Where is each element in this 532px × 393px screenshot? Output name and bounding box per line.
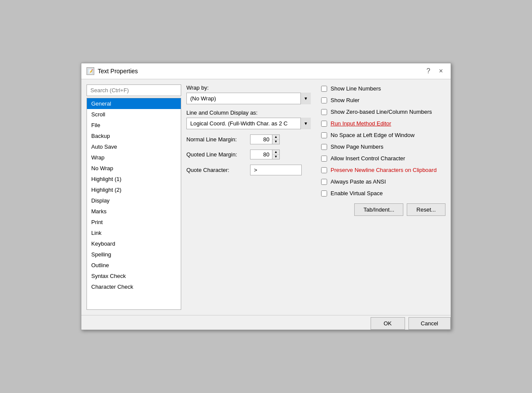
main-panel: Wrap by: (No Wrap)Word WrapChar Wrap ▼ L…: [186, 84, 445, 310]
checkbox-row: No Space at Left Edge of Window: [321, 131, 445, 139]
bottom-action-buttons: Tab/Indent... Reset...: [186, 203, 445, 216]
main-top: Wrap by: (No Wrap)Word WrapChar Wrap ▼ L…: [186, 84, 445, 197]
close-button[interactable]: ×: [436, 67, 445, 75]
sidebar-list: GeneralScrollFileBackupAuto SaveWrapNo W…: [87, 98, 181, 310]
checkbox-label-2: Show Zero-based Line/Column Numbers: [331, 109, 432, 115]
sidebar-item[interactable]: Marks: [87, 206, 181, 217]
checkbox-control-4[interactable]: [321, 132, 327, 138]
dialog-content: GeneralScrollFileBackupAuto SaveWrapNo W…: [87, 84, 445, 310]
normal-margin-input[interactable]: [251, 135, 272, 144]
sidebar-item[interactable]: Display: [87, 195, 181, 206]
normal-margin-spinner: ▲ ▼: [250, 134, 280, 144]
quote-char-row: Quote Character:: [186, 165, 311, 175]
checkbox-row: Show Zero-based Line/Column Numbers: [321, 108, 445, 116]
sidebar-item[interactable]: File: [87, 120, 181, 131]
search-input[interactable]: [87, 84, 181, 96]
checkbox-row: Always Paste as ANSI: [321, 178, 445, 186]
dialog-icon: 📝: [87, 67, 94, 75]
wrap-by-group: Wrap by: (No Wrap)Word WrapChar Wrap ▼: [186, 84, 311, 104]
help-button[interactable]: ?: [424, 67, 433, 75]
wrap-label: Wrap by:: [186, 84, 311, 91]
checkbox-control-7[interactable]: [321, 167, 327, 173]
wrap-select[interactable]: (No Wrap)Word WrapChar Wrap: [186, 93, 311, 104]
checkbox-row: Allow Insert Control Character: [321, 154, 445, 162]
text-properties-dialog: 📝 Text Properties ? × GeneralScrollFileB…: [81, 63, 451, 330]
checkbox-label-5: Show Page Numbers: [331, 143, 384, 150]
dialog-title: Text Properties: [98, 68, 138, 75]
checkbox-label-4: No Space at Left Edge of Window: [331, 132, 414, 138]
sidebar-item[interactable]: Highlight (2): [87, 184, 181, 195]
sidebar-item[interactable]: Keyboard: [87, 238, 181, 249]
quoted-margin-up[interactable]: ▲: [272, 150, 279, 155]
sidebar-item[interactable]: Link: [87, 228, 181, 238]
sidebar-item[interactable]: Character Check: [87, 281, 181, 292]
quoted-margin-spinner: ▲ ▼: [250, 150, 280, 159]
normal-margin-buttons: ▲ ▼: [272, 135, 279, 144]
normal-margin-up[interactable]: ▲: [272, 135, 279, 140]
dialog-body: GeneralScrollFileBackupAuto SaveWrapNo W…: [81, 79, 451, 315]
checkbox-label-3: Run Input Method Editor: [331, 120, 391, 127]
sidebar-item[interactable]: Spelling: [87, 249, 181, 260]
reset-button[interactable]: Reset...: [407, 203, 445, 216]
checkbox-label-8: Always Paste as ANSI: [331, 178, 386, 185]
sidebar-item[interactable]: Wrap: [87, 152, 181, 163]
checkbox-control-5[interactable]: [321, 144, 327, 150]
quoted-margin-down[interactable]: ▼: [272, 155, 279, 159]
checkbox-label-0: Show Line Numbers: [331, 85, 381, 92]
checkbox-control-3[interactable]: [321, 121, 327, 127]
checkbox-control-6[interactable]: [321, 156, 327, 162]
checkbox-control-0[interactable]: [321, 86, 327, 92]
checkbox-row: Preserve Newline Characters on Clipboard: [321, 166, 445, 174]
sidebar-item[interactable]: General: [87, 98, 181, 109]
checkbox-control-8[interactable]: [321, 179, 327, 185]
title-bar-left: 📝 Text Properties: [87, 67, 138, 75]
checkbox-row: Run Input Method Editor: [321, 119, 445, 128]
dialog-footer: OK Cancel: [81, 315, 451, 330]
line-column-select-wrapper: Logical Coord. (Full-Width Char. as 2 CP…: [186, 118, 311, 129]
checkbox-control-2[interactable]: [321, 109, 327, 115]
title-bar: 📝 Text Properties ? ×: [81, 63, 451, 79]
checkbox-label-1: Show Ruler: [331, 97, 359, 103]
sidebar-item[interactable]: Auto Save: [87, 141, 181, 152]
sidebar: GeneralScrollFileBackupAuto SaveWrapNo W…: [87, 84, 181, 310]
sidebar-item[interactable]: No Wrap: [87, 163, 181, 174]
cancel-button[interactable]: Cancel: [408, 317, 451, 330]
title-bar-right: ? ×: [424, 67, 445, 75]
sidebar-item[interactable]: Outline: [87, 260, 181, 271]
line-column-select[interactable]: Logical Coord. (Full-Width Char. as 2 CP…: [186, 118, 311, 129]
normal-margin-label: Normal Line Margin:: [186, 136, 247, 143]
quoted-margin-row: Quoted Line Margin: ▲ ▼: [186, 150, 311, 159]
line-column-label: Line and Column Display as:: [186, 109, 311, 116]
sidebar-item[interactable]: Highlight (1): [87, 174, 181, 184]
checkbox-control-1[interactable]: [321, 97, 327, 103]
normal-margin-row: Normal Line Margin: ▲ ▼: [186, 134, 311, 144]
sidebar-item[interactable]: Scroll: [87, 109, 181, 120]
checkbox-row: Show Line Numbers: [321, 84, 445, 93]
quoted-margin-buttons: ▲ ▼: [272, 150, 279, 159]
sidebar-item[interactable]: Syntax Check: [87, 271, 181, 281]
checkbox-label-6: Allow Insert Control Character: [331, 155, 405, 162]
checkbox-label-7: Preserve Newline Characters on Clipboard: [331, 167, 436, 173]
quote-char-input[interactable]: [250, 165, 302, 175]
left-section: Wrap by: (No Wrap)Word WrapChar Wrap ▼ L…: [186, 84, 311, 197]
quoted-margin-label: Quoted Line Margin:: [186, 151, 247, 158]
sidebar-item[interactable]: Print: [87, 217, 181, 228]
quote-char-label: Quote Character:: [186, 167, 247, 173]
ok-button[interactable]: OK: [371, 317, 405, 330]
wrap-select-wrapper: (No Wrap)Word WrapChar Wrap ▼: [186, 93, 311, 104]
checkbox-label-9: Enable Virtual Space: [331, 190, 383, 196]
right-section: Show Line NumbersShow RulerShow Zero-bas…: [321, 84, 445, 197]
checkbox-row: Show Ruler: [321, 96, 445, 104]
sidebar-item[interactable]: Backup: [87, 131, 181, 141]
quoted-margin-input[interactable]: [251, 150, 272, 159]
checkbox-row: Enable Virtual Space: [321, 189, 445, 197]
line-column-group: Line and Column Display as: Logical Coor…: [186, 109, 311, 129]
normal-margin-down[interactable]: ▼: [272, 140, 279, 144]
checkbox-control-9[interactable]: [321, 190, 327, 196]
checkbox-row: Show Page Numbers: [321, 143, 445, 151]
tab-indent-button[interactable]: Tab/Indent...: [354, 203, 403, 216]
